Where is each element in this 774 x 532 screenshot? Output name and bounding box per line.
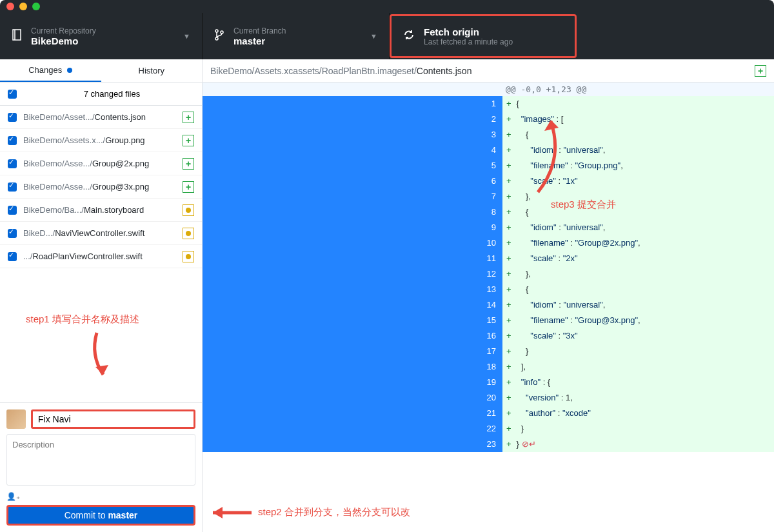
line-number: 2 <box>203 112 502 127</box>
file-checkbox[interactable] <box>8 229 17 238</box>
tab-changes[interactable]: Changes <box>0 59 101 82</box>
window-titlebar <box>0 0 774 13</box>
file-row[interactable]: BikeDemo/Asse.../Group@2x.png + <box>0 152 202 175</box>
added-icon: + <box>183 112 194 123</box>
file-row[interactable]: .../RoadPlanViewController.swift <box>0 245 202 268</box>
line-number: 11 <box>203 251 502 266</box>
line-number: 5 <box>203 158 502 173</box>
arrow-icon <box>77 330 116 384</box>
line-number: 7 <box>203 189 502 204</box>
commit-button[interactable]: Commit to master <box>6 505 195 526</box>
toolbar: Current Repository BikeDemo ▼ Current Br… <box>0 13 774 59</box>
caret-down-icon: ▼ <box>370 32 377 40</box>
diff-line: 15+ "filename" : "Group@3x.png", <box>203 313 774 328</box>
diff-line: 19+ "info" : { <box>203 375 774 390</box>
branch-label: Current Branch <box>233 26 370 35</box>
diff-line: 5+ "filename" : "Group.png", <box>203 158 774 173</box>
line-number: 6 <box>203 173 502 189</box>
line-number: 1 <box>203 96 502 112</box>
commit-button-branch: master <box>108 510 137 520</box>
line-number: 21 <box>203 406 502 421</box>
line-number: 9 <box>203 220 502 235</box>
line-number: 8 <box>203 204 502 220</box>
branch-value: master <box>233 35 370 46</box>
commit-form: 👤₊ Commit to master <box>0 402 202 532</box>
file-list: BikeDemo/Asset.../Contents.json + BikeDe… <box>0 106 202 268</box>
commit-summary-input[interactable] <box>31 409 195 429</box>
modified-icon <box>183 204 194 216</box>
file-checkbox[interactable] <box>8 252 17 261</box>
file-name: BikeDemo/Asse.../Group@2x.png <box>23 159 179 168</box>
branch-selector[interactable]: Current Branch master ▼ <box>203 13 390 59</box>
minimize-window-icon[interactable] <box>19 3 27 10</box>
tab-changes-label: Changes <box>28 65 62 75</box>
maximize-window-icon[interactable] <box>32 3 40 10</box>
diff-line: 9+ "idiom" : "universal", <box>203 220 774 235</box>
files-count: 7 changed files <box>30 89 194 99</box>
svg-rect-0 <box>13 30 21 40</box>
close-window-icon[interactable] <box>6 3 14 10</box>
arrow-icon <box>531 115 570 199</box>
expand-icon[interactable]: + <box>755 65 766 77</box>
added-icon: + <box>183 181 194 193</box>
select-all-checkbox[interactable] <box>8 90 17 99</box>
file-row[interactable]: BikeDemo/Assets.x.../Group.png + <box>0 129 202 152</box>
diff-line: 11+ "scale" : "2x" <box>203 251 774 266</box>
line-number: 19 <box>203 375 502 390</box>
repo-selector[interactable]: Current Repository BikeDemo ▼ <box>0 13 203 59</box>
file-name: .../RoadPlanViewController.swift <box>23 251 179 261</box>
fetch-origin-button[interactable]: Fetch origin Last fetched a minute ago <box>390 14 577 58</box>
file-checkbox[interactable] <box>8 136 17 145</box>
line-number: 23 <box>203 437 502 452</box>
file-checkbox[interactable] <box>8 113 17 122</box>
file-name: BikeDemo/Ba.../Main.storyboard <box>23 205 179 215</box>
file-checkbox[interactable] <box>8 159 17 168</box>
diff-line: 23+} ⊘↵ <box>203 437 774 452</box>
branch-icon <box>214 29 224 43</box>
file-checkbox[interactable] <box>8 206 17 215</box>
diff-line: 6+ "scale" : "1x" <box>203 173 774 189</box>
annotation-step2: step2 合并到分支，当然分支可以改 <box>258 506 410 518</box>
svg-point-2 <box>215 30 218 32</box>
commit-description-input[interactable] <box>6 434 195 486</box>
svg-point-4 <box>221 31 223 34</box>
caret-down-icon: ▼ <box>183 32 190 40</box>
added-icon: + <box>183 158 194 170</box>
file-row[interactable]: BikeDemo/Asse.../Group@3x.png + <box>0 175 202 199</box>
main-panel: BikeDemo/Assets.xcassets/RoadPlanBtn.ima… <box>203 59 774 532</box>
line-number: 10 <box>203 235 502 251</box>
line-number: 17 <box>203 344 502 359</box>
diff-line: 4+ "idiom" : "universal", <box>203 143 774 158</box>
diff-line: 21+ "author" : "xcode" <box>203 406 774 421</box>
add-coauthor-icon[interactable]: 👤₊ <box>6 492 195 501</box>
svg-point-3 <box>215 37 218 40</box>
line-number: 4 <box>203 143 502 158</box>
path-filename: Contents.json <box>417 66 472 76</box>
line-number: 13 <box>203 282 502 297</box>
fetch-label: Fetch origin <box>424 26 563 37</box>
diff-line: 8+ { <box>203 204 774 220</box>
diff-line: 18+ ], <box>203 359 774 375</box>
file-name: BikeD.../NaviViewController.swift <box>23 228 179 238</box>
diff-line: 10+ "filename" : "Group@2x.png", <box>203 235 774 251</box>
sync-icon <box>403 29 415 43</box>
line-number: 15 <box>203 313 502 328</box>
diff-line: 7+ }, <box>203 189 774 204</box>
diff-line: 16+ "scale" : "3x" <box>203 328 774 344</box>
diff-line: 1+{ <box>203 96 774 112</box>
file-row[interactable]: BikeD.../NaviViewController.swift <box>0 222 202 245</box>
file-checkbox[interactable] <box>8 182 17 192</box>
file-name: BikeDemo/Asse.../Group@3x.png <box>23 182 179 192</box>
line-number: 18 <box>203 359 502 375</box>
diff-line: 12+ }, <box>203 266 774 282</box>
file-row[interactable]: BikeDemo/Asset.../Contents.json + <box>0 106 202 129</box>
file-row[interactable]: BikeDemo/Ba.../Main.storyboard <box>0 199 202 222</box>
repo-value: BikeDemo <box>31 35 183 46</box>
line-number: 3 <box>203 127 502 143</box>
repo-label: Current Repository <box>31 26 183 35</box>
tab-history[interactable]: History <box>101 59 203 82</box>
diff-line: 20+ "version" : 1, <box>203 390 774 406</box>
arrow-icon <box>203 503 255 522</box>
diff-line: 3+ { <box>203 127 774 143</box>
diff-line: 13+ { <box>203 282 774 297</box>
